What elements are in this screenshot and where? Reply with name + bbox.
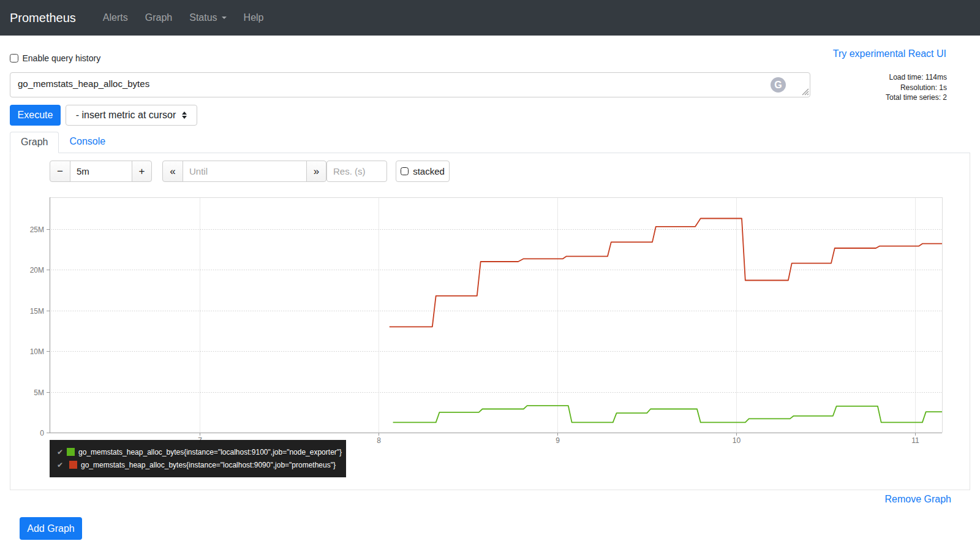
tab-bar: Graph Console bbox=[10, 132, 970, 153]
query-history-checkbox[interactable] bbox=[10, 54, 18, 62]
svg-text:20M: 20M bbox=[30, 266, 44, 274]
stat-resolution: Resolution: 1s bbox=[886, 83, 947, 93]
svg-text:11: 11 bbox=[911, 436, 919, 445]
legend-item[interactable]: ✔go_memstats_heap_alloc_bytes{instance="… bbox=[57, 445, 339, 458]
legend-item[interactable]: ✔go_memstats_heap_alloc_bytes{instance="… bbox=[57, 458, 339, 471]
legend-series-label: go_memstats_heap_alloc_bytes{instance="l… bbox=[81, 461, 336, 469]
tab-graph[interactable]: Graph bbox=[10, 132, 59, 153]
graph-canvas[interactable]: 789101105M10M15M20M25M bbox=[10, 153, 970, 447]
legend-check-icon: ✔ bbox=[57, 448, 63, 456]
resize-handle-icon[interactable] bbox=[801, 87, 809, 96]
graph-panel: − + « » stacked 789101105M10M15M20M25M ✔… bbox=[10, 153, 970, 490]
metric-select[interactable]: - insert metric at cursor bbox=[66, 105, 197, 126]
nav-item-help[interactable]: Help bbox=[235, 12, 273, 23]
remove-graph-row: Remove Graph bbox=[10, 494, 970, 505]
svg-text:15M: 15M bbox=[30, 307, 44, 316]
svg-text:0: 0 bbox=[40, 429, 44, 437]
main-content: Try experimental React UI Enable query h… bbox=[0, 36, 980, 540]
select-arrows-icon bbox=[182, 109, 187, 121]
grammarly-icon[interactable]: G bbox=[771, 77, 786, 93]
query-stats: Load time: 114ms Resolution: 1s Total ti… bbox=[886, 72, 947, 103]
legend-series-label: go_memstats_heap_alloc_bytes{instance="l… bbox=[78, 448, 342, 456]
svg-text:25M: 25M bbox=[30, 225, 44, 234]
brand-prometheus[interactable]: Prometheus bbox=[10, 11, 76, 25]
navbar: Prometheus Alerts Graph Status Help bbox=[0, 0, 980, 36]
remove-graph-link[interactable]: Remove Graph bbox=[885, 494, 952, 504]
svg-text:9: 9 bbox=[556, 436, 560, 445]
add-graph-button[interactable]: Add Graph bbox=[20, 517, 82, 540]
legend-check-icon: ✔ bbox=[57, 461, 66, 469]
graph-legend: ✔go_memstats_heap_alloc_bytes{instance="… bbox=[50, 440, 346, 477]
caret-down-icon bbox=[222, 17, 227, 21]
stat-total-series: Total time series: 2 bbox=[886, 93, 947, 103]
expression-input[interactable]: go_memstats_heap_alloc_bytes bbox=[10, 72, 810, 97]
execute-button[interactable]: Execute bbox=[10, 105, 61, 126]
svg-text:5M: 5M bbox=[34, 388, 44, 397]
execute-row: Execute - insert metric at cursor bbox=[10, 105, 970, 126]
legend-color-swatch bbox=[67, 448, 75, 456]
react-ui-link[interactable]: Try experimental React UI bbox=[833, 48, 946, 59]
expression-wrap: go_memstats_heap_alloc_bytes G bbox=[10, 72, 810, 97]
nav-item-status[interactable]: Status bbox=[181, 12, 235, 23]
svg-text:8: 8 bbox=[377, 436, 381, 445]
svg-text:10M: 10M bbox=[30, 347, 44, 356]
stat-load-time: Load time: 114ms bbox=[886, 72, 947, 83]
legend-color-swatch bbox=[69, 461, 77, 469]
nav-item-graph[interactable]: Graph bbox=[137, 12, 181, 23]
query-history-row: Enable query history bbox=[10, 36, 970, 63]
nav-item-alerts[interactable]: Alerts bbox=[94, 12, 137, 23]
tab-console[interactable]: Console bbox=[59, 132, 116, 153]
svg-text:10: 10 bbox=[733, 436, 741, 445]
query-history-label: Enable query history bbox=[23, 53, 101, 63]
